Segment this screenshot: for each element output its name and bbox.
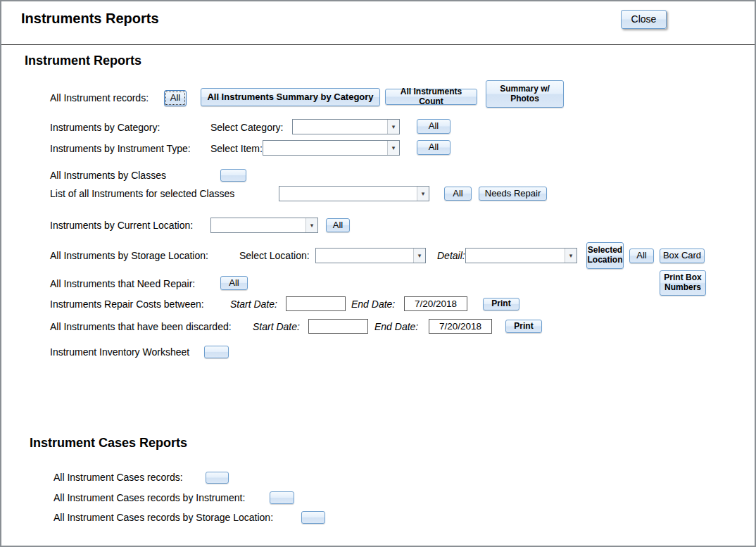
item-combobox-value — [263, 141, 387, 155]
select-category-label: Select Category: — [210, 122, 284, 133]
cases-all-records-label: All Instrument Cases records: — [53, 472, 183, 483]
select-item-label: Select Item: — [210, 143, 263, 154]
discarded-start-date-label: Start Date: — [253, 321, 300, 332]
need-repair-label: All Instruments that Need Repair: — [50, 278, 195, 289]
box-card-button[interactable]: Box Card — [660, 249, 705, 263]
instrument-reports-heading: Instrument Reports — [25, 54, 141, 68]
instruments-by-classes-button[interactable] — [220, 169, 246, 182]
cases-by-storage-location-label: All Instrument Cases records by Storage … — [53, 512, 273, 523]
all-instrument-records-label: All Instrument records: — [50, 92, 149, 103]
header-divider — [1, 44, 755, 45]
inventory-worksheet-label: Instrument Inventory Worksheet — [50, 346, 189, 358]
need-repair-all-button[interactable]: All — [220, 276, 248, 290]
discarded-end-date-label: End Date: — [374, 321, 418, 332]
storage-location-combobox[interactable]: ▾ — [315, 248, 426, 263]
instruments-by-classes-label: All Instruments by Classes — [50, 170, 166, 181]
chevron-down-icon[interactable]: ▾ — [413, 249, 425, 263]
category-combobox-value — [293, 120, 387, 134]
storage-detail-combobox[interactable]: ▾ — [465, 248, 577, 263]
page-title: Instruments Reports — [21, 11, 159, 27]
storage-location-combobox-value — [316, 249, 413, 263]
item-all-button[interactable]: All — [417, 140, 451, 155]
selected-location-button[interactable]: Selected Location — [586, 242, 624, 269]
instruments-reports-window: Instruments Reports Close Instrument Rep… — [0, 0, 756, 547]
chevron-down-icon[interactable]: ▾ — [387, 141, 399, 155]
repair-costs-print-button[interactable]: Print — [483, 298, 519, 310]
chevron-down-icon[interactable]: ▾ — [417, 187, 429, 201]
by-current-location-label: Instruments by Current Location: — [50, 220, 193, 231]
category-combobox[interactable]: ▾ — [292, 119, 400, 134]
all-instruments-count-button[interactable]: All Instruments Count — [385, 89, 477, 105]
storage-detail-combobox-value — [466, 249, 565, 263]
current-location-all-button[interactable]: All — [326, 218, 350, 232]
selected-classes-label: List of all Instruments for selected Cla… — [50, 188, 234, 199]
cases-by-instrument-label: All Instrument Cases records by Instrume… — [53, 492, 245, 503]
summary-with-photos-button[interactable]: Summary w/ Photos — [486, 80, 564, 108]
chevron-down-icon[interactable]: ▾ — [305, 218, 317, 232]
all-instruments-summary-by-category-button[interactable]: All Instruments Summary by Category — [201, 88, 380, 106]
all-instrument-records-all-button[interactable]: All — [164, 90, 187, 106]
discarded-print-button[interactable]: Print — [505, 320, 542, 333]
repair-costs-end-date-label: End Date: — [351, 298, 395, 310]
classes-needs-repair-button[interactable]: Needs Repair — [479, 187, 547, 201]
cases-all-records-button[interactable] — [206, 472, 229, 484]
discarded-start-date-input[interactable] — [308, 319, 368, 334]
repair-costs-label: Instruments Repair Costs between: — [50, 298, 204, 310]
instruments-by-type-label: Instruments by Instrument Type: — [50, 143, 191, 154]
category-all-button[interactable]: All — [417, 119, 451, 134]
select-location-label: Select Location: — [239, 250, 310, 261]
cases-by-instrument-button[interactable] — [270, 491, 294, 504]
close-button[interactable]: Close — [621, 10, 667, 29]
classes-combobox[interactable]: ▾ — [279, 186, 429, 201]
current-location-combobox[interactable]: ▾ — [210, 218, 318, 233]
instrument-cases-reports-heading: Instrument Cases Reports — [30, 436, 187, 451]
repair-costs-end-date-input[interactable] — [404, 296, 467, 311]
classes-combobox-value — [279, 187, 417, 201]
repair-costs-start-date-input[interactable] — [286, 296, 346, 311]
discarded-label: All Instruments that have been discarded… — [50, 321, 232, 332]
item-combobox[interactable]: ▾ — [263, 140, 400, 156]
current-location-combobox-value — [211, 218, 305, 232]
discarded-end-date-input[interactable] — [429, 319, 492, 334]
print-box-numbers-button[interactable]: Print Box Numbers — [660, 270, 706, 296]
chevron-down-icon[interactable]: ▾ — [565, 249, 577, 263]
by-storage-location-label: All Instruments by Storage Location: — [50, 250, 208, 261]
chevron-down-icon[interactable]: ▾ — [387, 120, 399, 134]
cases-by-storage-location-button[interactable] — [301, 511, 325, 524]
classes-all-button[interactable]: All — [444, 187, 472, 201]
inventory-worksheet-button[interactable] — [204, 346, 229, 358]
storage-location-all-button[interactable]: All — [629, 249, 654, 263]
detail-label: Detail: — [437, 250, 465, 261]
instruments-by-category-label: Instruments by Category: — [50, 122, 160, 133]
repair-costs-start-date-label: Start Date: — [230, 298, 277, 310]
